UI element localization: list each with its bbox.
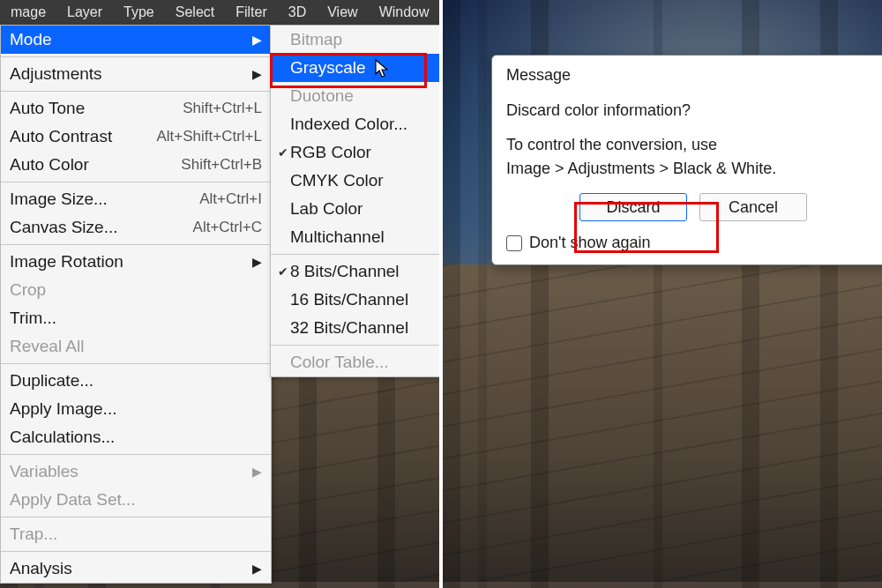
mi-trim[interactable]: Trim...: [1, 304, 271, 332]
mi-shortcut: Alt+Shift+Ctrl+L: [156, 128, 262, 145]
mi-shortcut: Shift+Ctrl+L: [183, 100, 262, 117]
separator: [1, 244, 271, 245]
smi-label: 8 Bits/Channel: [290, 262, 431, 281]
submenu-arrow-icon: ▶: [252, 562, 262, 576]
button-label: Cancel: [729, 198, 778, 217]
smi-32bit[interactable]: 32 Bits/Channel: [271, 314, 440, 342]
smi-8bit[interactable]: ✔8 Bits/Channel: [271, 257, 440, 286]
menu-image[interactable]: mage: [0, 0, 56, 25]
smi-label: CMYK Color: [290, 171, 431, 190]
mi-label: Image Rotation: [10, 252, 247, 272]
separator: [1, 182, 271, 182]
dialog-question: Discard color information?: [506, 99, 880, 123]
mi-label: Calculations...: [10, 428, 262, 447]
smi-indexed[interactable]: Indexed Color...: [271, 110, 440, 138]
dialog-tip-line1: To control the conversion, use: [506, 133, 880, 157]
smi-label: Color Table...: [290, 353, 431, 372]
mi-label: Image Size...: [10, 190, 199, 209]
mi-label: Apply Image...: [10, 399, 262, 419]
mi-label: Adjustments: [10, 64, 247, 84]
mi-adjustments[interactable]: Adjustments ▶: [1, 60, 271, 88]
smi-color-table: Color Table...: [271, 348, 440, 376]
submenu-arrow-icon: ▶: [252, 67, 262, 81]
menu-view[interactable]: View: [317, 0, 368, 25]
separator: [1, 551, 271, 552]
dialog-body: Discard color information? To control th…: [506, 99, 880, 181]
smi-cmyk[interactable]: CMYK Color: [271, 167, 440, 195]
mi-auto-contrast[interactable]: Auto Contrast Alt+Shift+Ctrl+L: [1, 123, 271, 151]
menu-3d[interactable]: 3D: [278, 0, 317, 25]
smi-16bit[interactable]: 16 Bits/Channel: [271, 286, 440, 314]
dialog-buttons: Discard Cancel: [506, 193, 880, 221]
mi-crop: Crop: [1, 276, 271, 304]
mi-label: Auto Color: [10, 155, 181, 175]
smi-label: Bitmap: [290, 30, 431, 49]
mi-apply-data: Apply Data Set...: [1, 486, 271, 514]
separator: [1, 363, 271, 364]
cancel-button[interactable]: Cancel: [699, 193, 807, 221]
smi-label: Duotone: [290, 86, 431, 106]
mi-rotation[interactable]: Image Rotation ▶: [1, 248, 271, 276]
mi-label: Trim...: [10, 309, 262, 328]
mi-analysis[interactable]: Analysis ▶: [1, 555, 271, 583]
mi-apply-image[interactable]: Apply Image...: [1, 395, 271, 423]
smi-label: RGB Color: [290, 143, 431, 162]
smi-duotone: Duotone: [271, 82, 440, 110]
mi-canvas-size[interactable]: Canvas Size... Alt+Ctrl+C: [1, 213, 271, 242]
mi-label: Canvas Size...: [10, 218, 193, 237]
image-dropdown: Mode ▶ Adjustments ▶ Auto Tone Shift+Ctr…: [0, 25, 272, 584]
mi-label: Duplicate...: [10, 371, 262, 391]
smi-label: Indexed Color...: [290, 115, 431, 134]
separator: [271, 345, 440, 346]
dialog-title: Message: [506, 66, 880, 85]
mi-shortcut: Alt+Ctrl+C: [193, 219, 262, 236]
check-icon: ✔: [276, 145, 290, 160]
mi-auto-color[interactable]: Auto Color Shift+Ctrl+B: [1, 151, 271, 179]
mi-label: Apply Data Set...: [10, 490, 262, 510]
menu-filter[interactable]: Filter: [225, 0, 278, 25]
smi-lab[interactable]: Lab Color: [271, 195, 440, 223]
mi-label: Auto Tone: [10, 99, 183, 118]
smi-multichannel[interactable]: Multichannel: [271, 223, 440, 251]
smi-label: 16 Bits/Channel: [290, 290, 431, 309]
discard-button[interactable]: Discard: [579, 193, 687, 221]
mi-mode[interactable]: Mode ▶: [1, 26, 271, 54]
smi-label: Multichannel: [290, 227, 431, 247]
mi-label: Auto Contrast: [10, 127, 156, 146]
mi-label: Variables: [10, 462, 247, 481]
mi-variables: Variables ▶: [1, 458, 271, 486]
button-label: Discard: [606, 198, 660, 217]
separator: [1, 454, 271, 455]
smi-label: Lab Color: [290, 199, 431, 219]
left-panel: mage Layer Type Select Filter 3D View Wi…: [0, 0, 443, 588]
separator: [1, 91, 271, 92]
mode-submenu: Bitmap Grayscale Duotone Indexed Color..…: [270, 25, 441, 377]
mi-shortcut: Alt+Ctrl+I: [199, 190, 262, 208]
mi-image-size[interactable]: Image Size... Alt+Ctrl+I: [1, 185, 271, 213]
menu-layer[interactable]: Layer: [56, 0, 113, 25]
mi-calculations[interactable]: Calculations...: [1, 423, 271, 451]
submenu-arrow-icon: ▶: [252, 33, 262, 47]
separator: [1, 56, 271, 57]
smi-grayscale[interactable]: Grayscale: [271, 54, 440, 82]
mi-shortcut: Shift+Ctrl+B: [181, 156, 262, 174]
separator: [1, 517, 271, 517]
menu-window[interactable]: Window: [369, 0, 440, 25]
submenu-arrow-icon: ▶: [252, 465, 262, 479]
checkbox-icon[interactable]: [506, 235, 522, 251]
smi-rgb[interactable]: ✔RGB Color: [271, 138, 440, 167]
dont-show-label: Don't show again: [529, 234, 651, 252]
mi-label: Analysis: [10, 559, 247, 578]
mi-label: Trap...: [10, 525, 262, 544]
mi-label: Crop: [10, 280, 262, 300]
mi-label: Reveal All: [10, 337, 262, 356]
mi-duplicate[interactable]: Duplicate...: [1, 367, 271, 395]
main-menubar: mage Layer Type Select Filter 3D View Wi…: [0, 0, 439, 25]
menu-type[interactable]: Type: [113, 0, 165, 25]
dialog-tip-line2: Image > Adjustments > Black & White.: [506, 157, 880, 181]
mi-auto-tone[interactable]: Auto Tone Shift+Ctrl+L: [1, 94, 271, 123]
submenu-arrow-icon: ▶: [252, 255, 262, 269]
dont-show-row[interactable]: Don't show again: [506, 234, 880, 252]
menu-select[interactable]: Select: [165, 0, 225, 25]
smi-bitmap: Bitmap: [271, 26, 440, 54]
